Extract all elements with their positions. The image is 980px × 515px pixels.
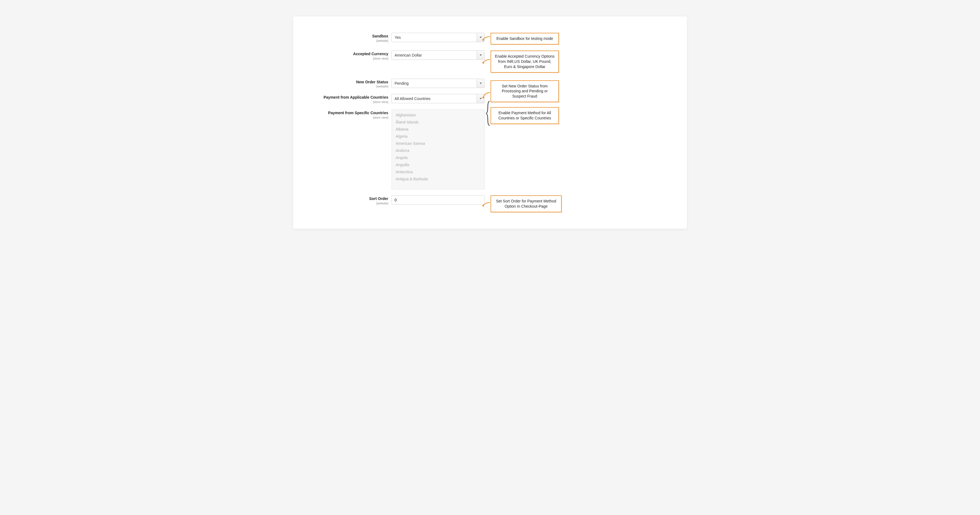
- label-specific-countries: Payment from Specific Countries [store v…: [310, 109, 391, 119]
- row-group-status-countries: New Order Status [website] Pending Payme…: [310, 79, 662, 196]
- list-item[interactable]: Afghanistan: [392, 111, 484, 119]
- label-text-currency: Accepted Currency: [310, 52, 388, 56]
- row-sort-order: Sort Order [website] Set Sort Order for …: [310, 195, 662, 212]
- label-currency: Accepted Currency [store view]: [310, 51, 391, 60]
- select-order-status[interactable]: Pending: [391, 79, 485, 88]
- list-item[interactable]: American Samoa: [392, 140, 484, 147]
- list-item[interactable]: Åland Islands: [392, 119, 484, 126]
- label-scope-applicable-countries: [store view]: [310, 100, 388, 103]
- brace-icon: [486, 101, 490, 126]
- select-sandbox[interactable]: Yes: [391, 33, 485, 42]
- list-item[interactable]: Albania: [392, 126, 484, 133]
- list-item[interactable]: Anguilla: [392, 161, 484, 168]
- chevron-down-icon: [477, 94, 484, 103]
- select-value-applicable-countries: All Allowed Countries: [392, 97, 477, 101]
- svg-marker-5: [480, 98, 482, 100]
- label-scope-sort-order: [website]: [310, 201, 388, 205]
- input-sort-order[interactable]: [391, 195, 485, 204]
- label-sort-order: Sort Order [website]: [310, 195, 391, 205]
- list-item[interactable]: Antigua & Barbuda: [392, 175, 484, 182]
- chevron-down-icon: [477, 79, 484, 88]
- label-text-sort-order: Sort Order: [310, 196, 388, 201]
- svg-marker-7: [482, 204, 484, 207]
- chevron-down-icon: [477, 51, 484, 60]
- callout-sort-order: Set Sort Order for Payment Method Option…: [490, 195, 562, 212]
- label-order-status: New Order Status [website]: [310, 79, 391, 88]
- svg-marker-0: [480, 37, 482, 38]
- select-value-sandbox: Yes: [392, 35, 477, 40]
- svg-marker-2: [480, 54, 482, 56]
- label-applicable-countries: Payment from Applicable Countries [store…: [310, 94, 391, 103]
- label-scope-currency: [store view]: [310, 57, 388, 60]
- label-text-applicable-countries: Payment from Applicable Countries: [310, 95, 388, 100]
- row-specific-countries: Payment from Specific Countries [store v…: [310, 109, 485, 189]
- label-text-specific-countries: Payment from Specific Countries: [310, 111, 388, 115]
- row-sandbox: Sandbox [website] Yes Enable Sandbox for…: [310, 33, 662, 44]
- list-item[interactable]: Algeria: [392, 133, 484, 140]
- svg-marker-4: [480, 82, 482, 84]
- select-applicable-countries[interactable]: All Allowed Countries: [391, 94, 485, 103]
- callout-sandbox: Enable Sandbox for testing mode: [490, 33, 559, 44]
- callout-currency: Enable Accepted Currency Options from IN…: [490, 51, 559, 73]
- label-text-order-status: New Order Status: [310, 80, 388, 84]
- chevron-down-icon: [477, 33, 484, 42]
- list-item[interactable]: Angola: [392, 154, 484, 161]
- config-card: Sandbox [website] Yes Enable Sandbox for…: [293, 16, 687, 229]
- list-item[interactable]: Andorra: [392, 147, 484, 154]
- list-item[interactable]: Antarctica: [392, 168, 484, 175]
- label-text-sandbox: Sandbox: [310, 34, 388, 38]
- listbox-specific-countries[interactable]: Afghanistan Åland Islands Albania Algeri…: [391, 109, 485, 189]
- row-applicable-countries: Payment from Applicable Countries [store…: [310, 94, 485, 103]
- select-value-order-status: Pending: [392, 81, 477, 86]
- row-order-status: New Order Status [website] Pending: [310, 79, 485, 88]
- label-scope-order-status: [website]: [310, 85, 388, 88]
- callout-countries: Enable Payment Method for All Countries …: [490, 107, 559, 124]
- svg-marker-3: [482, 62, 484, 64]
- select-value-currency: American Dollar: [392, 53, 477, 57]
- row-currency: Accepted Currency [store view] American …: [310, 51, 662, 73]
- label-sandbox: Sandbox [website]: [310, 33, 391, 42]
- label-scope-sandbox: [website]: [310, 39, 388, 42]
- label-scope-specific-countries: [store view]: [310, 116, 388, 119]
- select-currency[interactable]: American Dollar: [391, 51, 485, 60]
- callout-order-status: Set New Order Status from Processing and…: [490, 80, 559, 103]
